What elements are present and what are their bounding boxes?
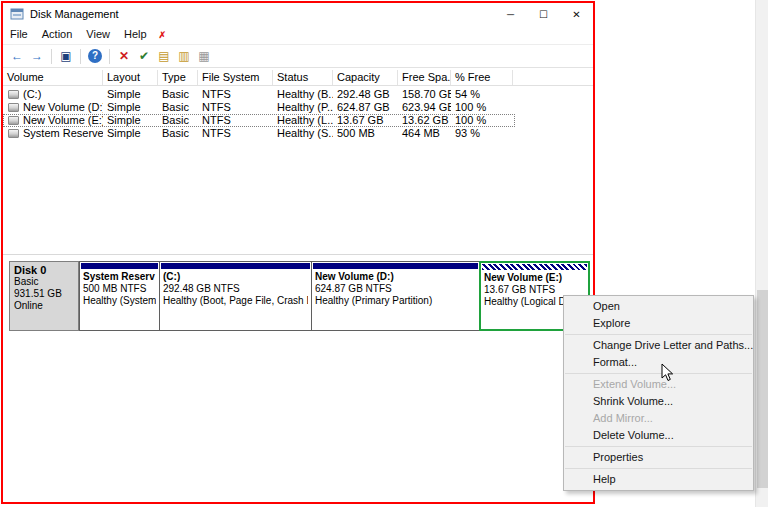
menu-item-open[interactable]: Open [564, 298, 753, 315]
menu-help[interactable]: Help [117, 25, 154, 44]
volume-layout: Simple [103, 101, 158, 114]
column-header-file-system[interactable]: File System [198, 70, 273, 85]
delete-volume-icon[interactable]: ✕ [115, 47, 133, 65]
partition-c[interactable]: (C:) 292.48 GB NTFS Healthy (Boot, Page … [159, 261, 312, 331]
menu-separator [565, 334, 752, 335]
title-bar[interactable]: Disk Management ─ ☐ ✕ [3, 3, 593, 25]
menu-item-delete-volume[interactable]: Delete Volume... [564, 427, 753, 444]
partition-title: System Reserv [83, 271, 156, 283]
report-icon[interactable]: ▦ [195, 47, 213, 65]
mouse-cursor-icon [661, 363, 675, 387]
volume-row-e[interactable]: New Volume (E:) Simple Basic NTFS Health… [3, 114, 515, 127]
menu-separator [565, 373, 752, 374]
forward-icon[interactable]: → [28, 47, 46, 65]
column-header-pct-free[interactable]: % Free [451, 70, 513, 85]
volume-table-header: Volume Layout Type File System Status Ca… [3, 70, 593, 86]
volume-type: Basic [158, 127, 198, 140]
disk-0-strip: Disk 0 Basic 931.51 GB Online System Res… [9, 261, 590, 331]
close-button[interactable]: ✕ [560, 3, 593, 25]
volume-layout: Simple [103, 127, 158, 140]
menu-item-shrink-volume[interactable]: Shrink Volume... [564, 393, 753, 410]
column-header-type[interactable]: Type [158, 70, 198, 85]
menu-item-add-mirror: Add Mirror... [564, 410, 753, 427]
disk-status: Online [14, 300, 74, 312]
volume-free-space: 158.70 GB [398, 88, 451, 101]
volume-row-c[interactable]: (C:) Simple Basic NTFS Healthy (B... 292… [3, 88, 515, 101]
toolbar-separator [51, 49, 52, 64]
volume-layout: Simple [103, 88, 158, 101]
menu-item-explore[interactable]: Explore [564, 315, 753, 332]
volume-row-d[interactable]: New Volume (D:) Simple Basic NTFS Health… [3, 101, 515, 114]
scrollbar-thumb[interactable] [757, 290, 768, 488]
volume-name: (C:) [23, 88, 41, 101]
volume-status: Healthy (S... [273, 127, 333, 140]
window-title: Disk Management [30, 8, 494, 20]
volume-free-space: 13.62 GB [398, 114, 451, 127]
window-controls: ─ ☐ ✕ [494, 3, 593, 25]
folder-icon[interactable]: ▤ [155, 47, 173, 65]
volume-list-pane: Volume Layout Type File System Status Ca… [3, 68, 593, 254]
menu-item-properties[interactable]: Properties [564, 449, 753, 466]
partition-size: 500 MB NTFS [83, 283, 156, 295]
toolbar-separator [80, 49, 81, 64]
menu-item-extend-volume: Extend Volume... [564, 376, 753, 393]
partition-title: (C:) [163, 271, 308, 283]
volume-pct-free: 54 % [451, 88, 513, 101]
volume-capacity: 624.87 GB [333, 101, 398, 114]
column-header-capacity[interactable]: Capacity [333, 70, 398, 85]
volume-status: Healthy (L... [273, 114, 333, 127]
menu-action[interactable]: Action [35, 25, 80, 44]
menu-view[interactable]: View [79, 25, 117, 44]
volume-icon [8, 129, 19, 138]
mark-active-icon[interactable]: ✔ [135, 47, 153, 65]
volume-free-space: 623.94 GB [398, 101, 451, 114]
minimize-button[interactable]: ─ [494, 3, 527, 25]
console-tree-icon[interactable]: ▣ [57, 47, 75, 65]
back-icon[interactable]: ← [8, 47, 26, 65]
column-header-volume[interactable]: Volume [3, 70, 103, 85]
page: Disk Management ─ ☐ ✕ File Action View H… [0, 0, 768, 507]
volume-layout: Simple [103, 114, 158, 127]
volume-file-system: NTFS [198, 114, 273, 127]
partition-title: New Volume (E:) [484, 272, 585, 284]
volume-file-system: NTFS [198, 127, 273, 140]
toolbar: ← → ▣ ? ✕ ✔ ▤ ▥ ▦ [3, 44, 593, 68]
column-header-layout[interactable]: Layout [103, 70, 158, 85]
partition-title: New Volume (D:) [315, 271, 476, 283]
volume-row-system-reserved[interactable]: System Reserved Simple Basic NTFS Health… [3, 127, 515, 140]
partition-status: Healthy (System [83, 295, 156, 307]
disk-name: Disk 0 [14, 264, 74, 276]
page-scrollbar[interactable] [755, 0, 768, 507]
menu-file[interactable]: File [3, 25, 35, 44]
column-header-filler [513, 70, 593, 85]
volume-pct-free: 100 % [451, 101, 513, 114]
menu-separator [565, 446, 752, 447]
volume-capacity: 500 MB [333, 127, 398, 140]
column-header-free-space[interactable]: Free Spa... [398, 70, 451, 85]
partition-d[interactable]: New Volume (D:) 624.87 GB NTFS Healthy (… [311, 261, 480, 331]
volume-file-system: NTFS [198, 101, 273, 114]
red-annotation-icon: ✗ [159, 30, 167, 40]
menu-item-format[interactable]: Format... [564, 354, 753, 371]
volume-type: Basic [158, 88, 198, 101]
menu-item-help[interactable]: Help [564, 471, 753, 488]
help-icon[interactable]: ? [86, 47, 104, 65]
volume-name: System Reserved [23, 127, 103, 140]
partitions: System Reserv 500 MB NTFS Healthy (Syste… [79, 261, 590, 331]
menu-item-change-drive-letter[interactable]: Change Drive Letter and Paths... [564, 337, 753, 354]
volume-name: New Volume (D:) [23, 101, 103, 114]
volume-status: Healthy (B... [273, 88, 333, 101]
disk-0-header[interactable]: Disk 0 Basic 931.51 GB Online [9, 261, 79, 331]
maximize-button[interactable]: ☐ [527, 3, 560, 25]
drive-properties-icon[interactable]: ▥ [175, 47, 193, 65]
volume-free-space: 464 MB [398, 127, 451, 140]
app-icon [10, 7, 24, 21]
volume-pct-free: 100 % [451, 114, 513, 127]
partition-status: Healthy (Primary Partition) [315, 295, 476, 307]
disk-kind: Basic [14, 276, 74, 288]
partition-system-reserved[interactable]: System Reserv 500 MB NTFS Healthy (Syste… [79, 261, 160, 331]
volume-type: Basic [158, 101, 198, 114]
column-header-status[interactable]: Status [273, 70, 333, 85]
volume-icon [8, 90, 19, 99]
disk-management-window: Disk Management ─ ☐ ✕ File Action View H… [1, 1, 595, 504]
